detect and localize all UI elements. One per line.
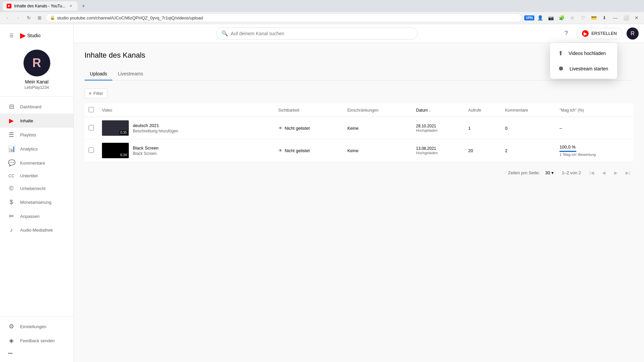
sidebar-item-label: Dashboard: [20, 104, 65, 109]
rows-per-page: Zeilen pro Seite: 30 ▾: [508, 169, 556, 177]
row-checkbox[interactable]: [89, 125, 94, 130]
hamburger-button[interactable]: ☰: [5, 29, 17, 42]
kommentare-cell: 2: [501, 139, 555, 162]
erstellen-label: ERSTELLEN: [591, 31, 617, 36]
search-bar[interactable]: 🔍: [216, 27, 418, 40]
channel-avatar[interactable]: R: [23, 50, 50, 76]
address-bar[interactable]: 🔒 studio.youtube.com/channel/UCoCN6zQPHQ…: [46, 13, 522, 22]
browser-tabs: ▶ Inhalte des Kanals - YouTu... ✕ +: [0, 0, 644, 12]
tab-livestreams[interactable]: Livestreams: [112, 68, 148, 80]
aufrufe-cell: 20: [464, 139, 501, 162]
video-duration: 0:35: [119, 130, 128, 135]
select-all-checkbox[interactable]: [89, 107, 94, 112]
datum-col-header[interactable]: Datum ↓: [412, 104, 464, 117]
sidebar: ☰ ▶ Studio R Mein Kanal LetsPlay1234 ⊟ D…: [0, 24, 74, 362]
extensions-mgr[interactable]: 🧩: [557, 13, 566, 22]
rows-label: Zeilen pro Seite:: [508, 170, 540, 175]
video-info: 6:34 Black Screen Black Screen.: [102, 143, 270, 158]
visibility-cell: 👁 Nicht gelistet: [274, 117, 343, 139]
heart-btn[interactable]: ♡: [578, 13, 588, 22]
prev-page-button[interactable]: ◀: [598, 167, 609, 178]
fav-btn[interactable]: ☆: [568, 13, 577, 22]
url-text: studio.youtube.com/channel/UCoCN6zQPHQZ_…: [57, 15, 203, 20]
einstellungen-icon: ⚙: [8, 323, 15, 330]
row-checkbox[interactable]: [89, 147, 94, 153]
start-livestream-item[interactable]: ⏺ Livestream starten: [550, 61, 617, 76]
forward-button[interactable]: ›: [13, 13, 23, 22]
sidebar-item-feedback[interactable]: ◈ Feedback senden: [0, 334, 73, 348]
sidebar-item-anpassen[interactable]: ✏ Anpassen: [0, 209, 73, 223]
close-btn[interactable]: ✕: [632, 13, 641, 22]
sidebar-item-label: Audio-Mediathek: [20, 228, 65, 233]
restore-btn[interactable]: ⬜: [621, 13, 631, 22]
sidebar-item-label: Untertitel: [20, 173, 65, 178]
aufrufe-cell: 1: [464, 117, 501, 139]
monetarisierung-icon: $: [8, 199, 15, 206]
select-all-col: [85, 104, 98, 117]
more-icon: •••: [8, 351, 13, 356]
video-col-header: Video: [98, 104, 274, 117]
sidebar-item-dashboard[interactable]: ⊟ Dashboard: [0, 100, 73, 114]
erstellen-button[interactable]: ▶ ERSTELLEN: [576, 28, 623, 39]
feedback-icon: ◈: [8, 337, 15, 344]
sort-icon: ↓: [429, 109, 431, 112]
back-button[interactable]: ‹: [3, 13, 12, 22]
sidebar-item-inhalte[interactable]: ▶ Inhalte: [0, 114, 73, 128]
sidebar-item-untertitel[interactable]: CC Untertitel: [0, 170, 73, 182]
video-thumbnail[interactable]: 6:34: [102, 143, 129, 158]
upload-icon: ⬆: [558, 50, 563, 57]
sidebar-item-label: Feedback senden: [20, 338, 65, 343]
sidebar-item-urheberrecht[interactable]: © Urheberrecht: [0, 182, 73, 195]
filter-button[interactable]: ≡ Filter: [85, 88, 107, 98]
minimize-btn[interactable]: —: [610, 13, 620, 22]
likes-cell: 100,0 % 1 'Mag ich'-Bewertung: [555, 139, 633, 162]
vpn-button[interactable]: VPN: [525, 13, 534, 22]
screenshot-btn[interactable]: 📷: [546, 13, 555, 22]
date-value: 13.08.2021 Hochgeladen: [416, 146, 460, 155]
channel-name: Mein Kanal: [25, 79, 48, 84]
sidebar-footer: ⚙ Einstellungen ◈ Feedback senden •••: [0, 316, 73, 362]
sidebar-item-label: Analytics: [20, 146, 65, 152]
video-cell: 0:35 deutsch 2021 Beschreibung hinzufüge…: [98, 117, 274, 139]
untertitel-icon: CC: [8, 174, 15, 178]
video-duration: 6:34: [119, 153, 128, 157]
sidebar-item-analytics[interactable]: 📊 Analytics: [0, 142, 73, 156]
video-thumbnail[interactable]: 0:35: [102, 120, 129, 136]
sichtbarkeit-col-header: Sichtbarkeit: [274, 104, 343, 117]
sidebar-item-kommentare[interactable]: 💬 Kommentare: [0, 156, 73, 170]
yt-studio-logo[interactable]: ▶ Studio: [20, 31, 41, 40]
first-page-button[interactable]: |◀: [586, 167, 597, 178]
sidebar-item-label: Anpassen: [20, 214, 65, 219]
download-btn[interactable]: ⬇: [600, 13, 609, 22]
refresh-button[interactable]: ↻: [24, 13, 34, 22]
sidebar-item-audio-mediathek[interactable]: ♪ Audio-Mediathek: [0, 223, 73, 237]
filter-label: Filter: [94, 91, 103, 96]
more-button[interactable]: •••: [0, 348, 73, 359]
user-avatar[interactable]: R: [627, 27, 639, 40]
livestream-icon: ⏺: [558, 65, 564, 72]
video-cell: 6:34 Black Screen Black Screen.: [98, 139, 274, 162]
search-input[interactable]: [231, 31, 413, 36]
extensions-button[interactable]: ⊞: [35, 13, 44, 22]
help-button[interactable]: ?: [560, 27, 572, 40]
sidebar-item-monetarisierung[interactable]: $ Monetarisierung: [0, 195, 73, 209]
avatar-letter: R: [33, 56, 41, 70]
audio-icon: ♪: [8, 227, 15, 234]
tab-close-btn[interactable]: ✕: [68, 3, 73, 9]
new-tab-button[interactable]: +: [79, 1, 88, 11]
rows-select[interactable]: 30 ▾: [542, 169, 556, 177]
last-page-button[interactable]: ▶|: [623, 167, 633, 178]
upload-video-item[interactable]: ⬆ Videos hochladen: [550, 46, 617, 61]
video-meta: deutsch 2021 Beschreibung hinzufügen: [133, 123, 178, 133]
sidebar-item-playlists[interactable]: ☰ Playlists: [0, 128, 73, 142]
visibility-cell: 👁 Nicht gelistet: [274, 139, 343, 162]
filter-icon: ≡: [89, 91, 92, 96]
einschraenkungen-cell: Keine: [343, 117, 412, 139]
browser-tab[interactable]: ▶ Inhalte des Kanals - YouTu... ✕: [3, 1, 77, 11]
tab-uploads[interactable]: Uploads: [85, 68, 112, 80]
likes-bar: [559, 151, 576, 152]
wallet-btn[interactable]: 💳: [589, 13, 598, 22]
sidebar-item-einstellungen[interactable]: ⚙ Einstellungen: [0, 319, 73, 334]
profile-icon[interactable]: 👤: [535, 13, 545, 22]
next-page-button[interactable]: ▶: [610, 167, 621, 178]
